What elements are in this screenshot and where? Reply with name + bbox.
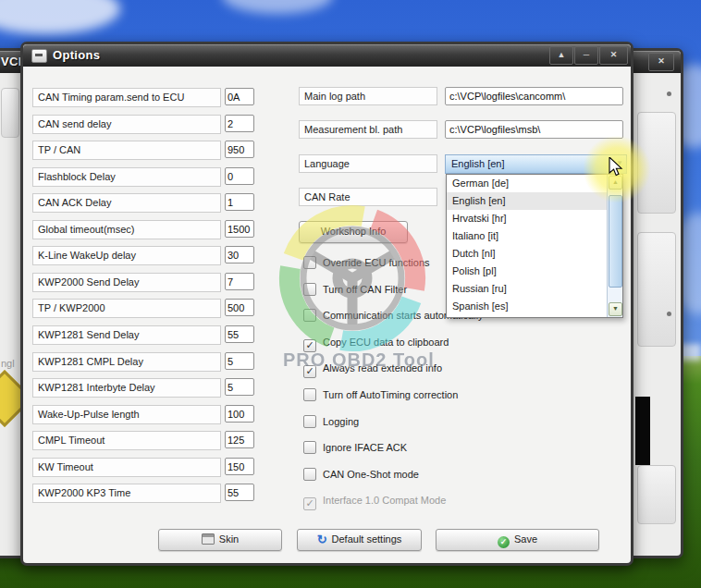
scroll-up-icon[interactable]: ▲ [609, 176, 622, 190]
param-label-flashblock-delay: Flashblock Delay [32, 167, 221, 187]
checkbox-logging[interactable]: Logging [303, 415, 359, 430]
skin-icon [202, 533, 215, 545]
param-label-kwp1281-send-delay: KWP1281 Send Delay [32, 325, 221, 345]
param-label-kwp1281-cmpl-delay: KWP1281 CMPL Delay [32, 352, 221, 372]
dropdown-item-italiano-it[interactable]: Italiano [it] [447, 227, 608, 245]
checkbox-label: Turn off AutoTiming correction [323, 389, 458, 400]
checkbox-box[interactable] [303, 283, 316, 296]
checkbox-box[interactable]: ✓ [303, 365, 316, 378]
param-input-kwp2000-kp3-time[interactable] [225, 484, 254, 501]
param-label-can-send-delay: CAN send delay [32, 115, 221, 134]
language-dropdown-list: German [de]English [en]Hrvatski [hr]Ital… [446, 174, 623, 318]
main-close-button[interactable]: ✕ [648, 53, 674, 71]
cloud [0, 0, 120, 34]
checkbox-can-one-shot-mode[interactable]: CAN One-Shot mode [303, 468, 419, 483]
param-label-kwp2000-send-delay: KWP2000 Send Delay [32, 273, 221, 292]
scrollbar-thumb[interactable] [609, 195, 622, 288]
background-dot [667, 312, 671, 316]
dropdown-items: German [de]English [en]Hrvatski [hr]Ital… [447, 175, 608, 317]
dialog-titlebar[interactable]: Options ▲ ─ ✕ [23, 44, 631, 67]
checkbox-interface-1-0-compat-mode[interactable]: ✓Interface 1.0 Compat Mode [303, 494, 446, 508]
background-panel [637, 232, 676, 347]
param-input-k-line-wakeup-delay[interactable] [225, 246, 254, 263]
param-label-can-ack-delay: CAN ACK Delay [32, 193, 221, 213]
language-selected-value: English [en] [451, 158, 504, 169]
background-panel [1, 88, 19, 138]
checkbox-always-read-extended-info[interactable]: ✓Always read extended info [303, 361, 442, 376]
dialog-icon-minus [35, 54, 43, 56]
checkbox-label: Logging [323, 416, 359, 427]
param-input-kwp1281-cmpl-delay[interactable] [225, 352, 254, 370]
checkbox-label: Turn off CAN Filter [323, 284, 407, 295]
dropdown-item-spanish-es[interactable]: Spanish [es] [447, 298, 608, 315]
param-label-k-line-wakeup-delay: K-Line WakeUp delay [32, 246, 221, 265]
cloud [222, 0, 333, 14]
checkbox-box[interactable] [303, 415, 316, 428]
param-label-cmpl-timeout: CMPL Timeout [32, 431, 221, 450]
param-input-can-ack-delay[interactable] [225, 193, 254, 211]
param-input-kwp1281-send-delay[interactable] [225, 325, 254, 343]
background-dot [667, 92, 671, 96]
param-label-kwp2000-kp3-time: KWP2000 KP3 Time [32, 484, 221, 503]
param-input-tp-kwp2000[interactable] [225, 299, 254, 316]
dropdown-scrollbar[interactable]: ▲ ▼ [607, 175, 622, 317]
checkbox-box[interactable] [303, 256, 316, 269]
checkbox-label: Ignore IFACE ACK [323, 442, 407, 453]
param-label-kwp1281-interbyte-delay: KWP1281 Interbyte Delay [32, 378, 221, 398]
checkbox-turn-off-autotiming-correction[interactable]: Turn off AutoTiming correction [303, 388, 458, 403]
minimize-button[interactable]: ─ [574, 46, 598, 65]
scroll-down-icon[interactable]: ▼ [609, 302, 622, 316]
param-label-tp-kwp2000: TP / KWP2000 [32, 299, 221, 318]
param-input-kw-timeout[interactable] [225, 458, 254, 475]
param-input-flashblock-delay[interactable] [225, 167, 254, 185]
checkbox-box[interactable] [303, 388, 316, 401]
checkbox-box[interactable] [303, 309, 316, 322]
checkbox-box[interactable]: ✓ [303, 497, 316, 510]
background-panel [637, 465, 676, 524]
checkbox-label: Interface 1.0 Compat Mode [323, 495, 446, 506]
param-input-cmpl-timeout[interactable] [225, 431, 254, 448]
skin-button[interactable]: Skin [158, 529, 282, 551]
dropdown-item-german-de[interactable]: German [de] [447, 175, 608, 192]
close-button[interactable]: ✕ [599, 46, 628, 65]
checkbox-ignore-iface-ack[interactable]: Ignore IFACE ACK [303, 441, 407, 456]
reset-icon: ↻ [317, 534, 327, 545]
dropdown-item-dutch-nl[interactable]: Dutch [nl] [447, 245, 608, 263]
param-input-can-send-delay[interactable] [225, 115, 254, 132]
default-settings-button[interactable]: ↻Default settings [297, 529, 422, 551]
skin-button-label: Skin [219, 533, 239, 545]
checkbox-override-ecu-functions[interactable]: Override ECU functions [303, 256, 430, 271]
can-rate-label: CAN Rate [299, 188, 437, 206]
param-input-kwp2000-send-delay[interactable] [225, 273, 254, 290]
checkbox-label: Always read extended info [323, 362, 442, 374]
language-combobox[interactable]: English [en] ▼ [445, 154, 627, 174]
dialog-title: Options [53, 48, 100, 62]
dropdown-item-russian-ru[interactable]: Russian [ru] [447, 280, 608, 298]
checkbox-label: Override ECU functions [323, 257, 430, 268]
dropdown-item-english-en[interactable]: English [en] [447, 192, 608, 210]
dropdown-item-hrvatski-hr[interactable]: Hrvatski [hr] [447, 210, 608, 227]
param-input-tp-can[interactable] [225, 141, 254, 158]
checkbox-box[interactable] [303, 441, 316, 454]
save-button[interactable]: ✓Save [436, 529, 599, 551]
save-button-label: Save [514, 533, 537, 545]
maximize-button[interactable]: ▲ [549, 46, 573, 65]
param-input-wake-up-pulse-length[interactable] [225, 405, 254, 423]
main-log-path-label: Main log path [299, 87, 437, 105]
param-input-global-timeout-msec[interactable] [225, 220, 254, 238]
param-label-can-timing-param-send-to-ecu: CAN Timing param.send to ECU [32, 88, 221, 107]
checkbox-label: Copy ECU data to clipboard [323, 337, 449, 348]
checkbox-turn-off-can-filter[interactable]: Turn off CAN Filter [303, 283, 407, 298]
chevron-down-icon[interactable]: ▼ [616, 160, 623, 167]
param-input-kwp1281-interbyte-delay[interactable] [225, 378, 254, 396]
background-panel [637, 112, 676, 214]
checkbox-box[interactable]: ✓ [303, 339, 316, 352]
checkbox-copy-ecu-data-to-clipboard[interactable]: ✓Copy ECU data to clipboard [303, 336, 449, 350]
param-input-can-timing-param-send-to-ecu[interactable] [225, 88, 254, 105]
main-log-path-input[interactable] [445, 87, 623, 105]
checkbox-box[interactable] [303, 468, 316, 481]
dropdown-item-polish-pl[interactable]: Polish [pl] [447, 263, 608, 280]
save-check-icon: ✓ [498, 536, 510, 548]
measurement-path-input[interactable] [445, 120, 623, 139]
workshop-info-button[interactable]: Workshop Info [299, 221, 408, 243]
